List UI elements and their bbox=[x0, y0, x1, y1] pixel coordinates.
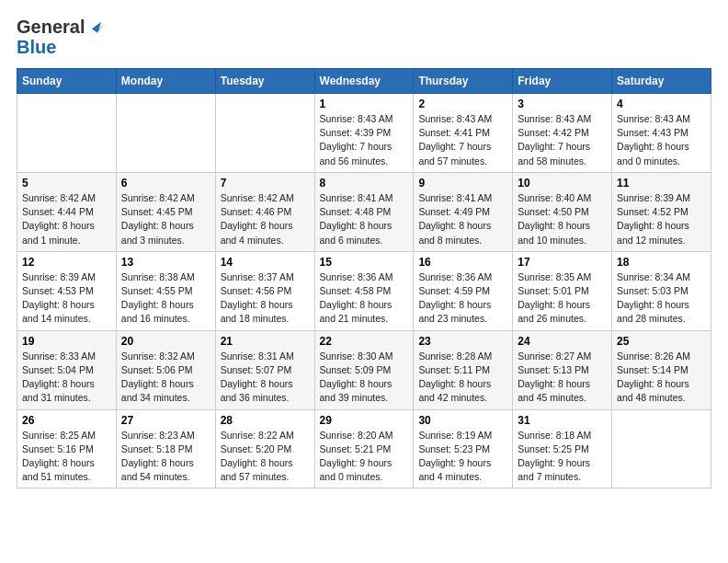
day-number: 21 bbox=[221, 335, 310, 348]
calendar-day-cell: 24Sunrise: 8:27 AM Sunset: 5:13 PM Dayli… bbox=[513, 330, 612, 409]
calendar-day-cell: 15Sunrise: 8:36 AM Sunset: 4:58 PM Dayli… bbox=[314, 251, 414, 330]
day-number: 24 bbox=[518, 335, 607, 348]
day-info: Sunrise: 8:36 AM Sunset: 4:58 PM Dayligh… bbox=[320, 270, 409, 327]
day-number: 9 bbox=[418, 177, 507, 190]
day-info: Sunrise: 8:43 AM Sunset: 4:42 PM Dayligh… bbox=[518, 112, 607, 168]
calendar-week-row: 26Sunrise: 8:25 AM Sunset: 5:16 PM Dayli… bbox=[17, 409, 711, 488]
day-info: Sunrise: 8:33 AM Sunset: 5:04 PM Dayligh… bbox=[22, 350, 111, 406]
day-info: Sunrise: 8:35 AM Sunset: 5:01 PM Dayligh… bbox=[518, 270, 607, 327]
logo-general: General bbox=[17, 17, 85, 37]
day-number: 15 bbox=[320, 256, 409, 269]
calendar-day-cell: 30Sunrise: 8:19 AM Sunset: 5:23 PM Dayli… bbox=[414, 409, 513, 488]
day-info: Sunrise: 8:20 AM Sunset: 5:21 PM Dayligh… bbox=[320, 429, 409, 485]
weekday-header-wednesday: Wednesday bbox=[314, 69, 414, 94]
day-number: 29 bbox=[320, 414, 409, 427]
day-number: 20 bbox=[121, 335, 210, 348]
calendar-week-row: 1Sunrise: 8:43 AM Sunset: 4:39 PM Daylig… bbox=[17, 94, 711, 173]
day-info: Sunrise: 8:40 AM Sunset: 4:50 PM Dayligh… bbox=[518, 191, 607, 247]
day-info: Sunrise: 8:26 AM Sunset: 5:14 PM Dayligh… bbox=[617, 350, 706, 406]
calendar-body: 1Sunrise: 8:43 AM Sunset: 4:39 PM Daylig… bbox=[17, 94, 711, 488]
weekday-header-thursday: Thursday bbox=[414, 69, 513, 94]
day-info: Sunrise: 8:43 AM Sunset: 4:39 PM Dayligh… bbox=[320, 112, 409, 168]
calendar-day-cell: 13Sunrise: 8:38 AM Sunset: 4:55 PM Dayli… bbox=[116, 251, 215, 330]
day-number: 7 bbox=[221, 177, 310, 190]
calendar-day-cell: 19Sunrise: 8:33 AM Sunset: 5:04 PM Dayli… bbox=[17, 330, 117, 409]
day-number: 2 bbox=[418, 98, 507, 110]
calendar-day-cell: 1Sunrise: 8:43 AM Sunset: 4:39 PM Daylig… bbox=[314, 94, 414, 173]
logo-bird-icon bbox=[86, 17, 107, 37]
day-info: Sunrise: 8:19 AM Sunset: 5:23 PM Dayligh… bbox=[418, 429, 507, 485]
day-number: 3 bbox=[518, 98, 607, 110]
calendar-day-cell: 27Sunrise: 8:23 AM Sunset: 5:18 PM Dayli… bbox=[116, 409, 215, 488]
day-info: Sunrise: 8:42 AM Sunset: 4:46 PM Dayligh… bbox=[221, 191, 310, 247]
calendar-day-cell: 9Sunrise: 8:41 AM Sunset: 4:49 PM Daylig… bbox=[414, 172, 513, 251]
day-info: Sunrise: 8:25 AM Sunset: 5:16 PM Dayligh… bbox=[22, 429, 111, 485]
calendar-day-cell: 18Sunrise: 8:34 AM Sunset: 5:03 PM Dayli… bbox=[612, 251, 711, 330]
day-info: Sunrise: 8:32 AM Sunset: 5:06 PM Dayligh… bbox=[121, 350, 210, 406]
day-number: 30 bbox=[418, 414, 507, 427]
day-info: Sunrise: 8:39 AM Sunset: 4:52 PM Dayligh… bbox=[617, 191, 706, 247]
calendar-day-cell: 4Sunrise: 8:43 AM Sunset: 4:43 PM Daylig… bbox=[612, 94, 711, 173]
day-number: 14 bbox=[221, 256, 310, 269]
calendar-day-cell: 25Sunrise: 8:26 AM Sunset: 5:14 PM Dayli… bbox=[612, 330, 711, 409]
day-number: 25 bbox=[617, 335, 706, 348]
day-info: Sunrise: 8:37 AM Sunset: 4:56 PM Dayligh… bbox=[221, 270, 310, 327]
svg-marker-0 bbox=[92, 22, 106, 33]
day-info: Sunrise: 8:31 AM Sunset: 5:07 PM Dayligh… bbox=[221, 350, 310, 406]
calendar-day-cell: 8Sunrise: 8:41 AM Sunset: 4:48 PM Daylig… bbox=[314, 172, 414, 251]
day-info: Sunrise: 8:39 AM Sunset: 4:53 PM Dayligh… bbox=[22, 270, 111, 327]
calendar-week-row: 12Sunrise: 8:39 AM Sunset: 4:53 PM Dayli… bbox=[17, 251, 711, 330]
day-number: 22 bbox=[320, 335, 409, 348]
calendar-day-cell bbox=[116, 94, 215, 173]
calendar-day-cell: 29Sunrise: 8:20 AM Sunset: 5:21 PM Dayli… bbox=[314, 409, 414, 488]
day-number: 18 bbox=[617, 256, 706, 269]
day-info: Sunrise: 8:41 AM Sunset: 4:48 PM Dayligh… bbox=[320, 191, 409, 247]
day-number: 8 bbox=[320, 177, 409, 190]
calendar-day-cell: 22Sunrise: 8:30 AM Sunset: 5:09 PM Dayli… bbox=[314, 330, 414, 409]
calendar-day-cell: 7Sunrise: 8:42 AM Sunset: 4:46 PM Daylig… bbox=[215, 172, 314, 251]
weekday-header-sunday: Sunday bbox=[17, 69, 117, 94]
day-info: Sunrise: 8:42 AM Sunset: 4:45 PM Dayligh… bbox=[121, 191, 210, 247]
day-number: 31 bbox=[518, 414, 607, 427]
day-number: 23 bbox=[418, 335, 507, 348]
calendar-day-cell: 28Sunrise: 8:22 AM Sunset: 5:20 PM Dayli… bbox=[215, 409, 314, 488]
calendar-day-cell: 16Sunrise: 8:36 AM Sunset: 4:59 PM Dayli… bbox=[414, 251, 513, 330]
day-number: 12 bbox=[22, 256, 111, 269]
day-info: Sunrise: 8:38 AM Sunset: 4:55 PM Dayligh… bbox=[121, 270, 210, 327]
day-info: Sunrise: 8:36 AM Sunset: 4:59 PM Dayligh… bbox=[418, 270, 507, 327]
calendar-day-cell: 11Sunrise: 8:39 AM Sunset: 4:52 PM Dayli… bbox=[612, 172, 711, 251]
weekday-header-tuesday: Tuesday bbox=[215, 69, 314, 94]
day-info: Sunrise: 8:22 AM Sunset: 5:20 PM Dayligh… bbox=[221, 429, 310, 485]
day-number: 1 bbox=[320, 98, 409, 110]
calendar-day-cell: 2Sunrise: 8:43 AM Sunset: 4:41 PM Daylig… bbox=[414, 94, 513, 173]
calendar-header-row: SundayMondayTuesdayWednesdayThursdayFrid… bbox=[17, 69, 711, 94]
day-number: 17 bbox=[518, 256, 607, 269]
calendar-day-cell: 10Sunrise: 8:40 AM Sunset: 4:50 PM Dayli… bbox=[513, 172, 612, 251]
day-number: 13 bbox=[121, 256, 210, 269]
day-info: Sunrise: 8:43 AM Sunset: 4:41 PM Dayligh… bbox=[418, 112, 507, 168]
day-info: Sunrise: 8:42 AM Sunset: 4:44 PM Dayligh… bbox=[22, 191, 111, 247]
weekday-header-friday: Friday bbox=[513, 69, 612, 94]
calendar-day-cell bbox=[17, 94, 117, 173]
day-number: 19 bbox=[22, 335, 111, 348]
day-info: Sunrise: 8:23 AM Sunset: 5:18 PM Dayligh… bbox=[121, 429, 210, 485]
day-number: 6 bbox=[121, 177, 210, 190]
day-info: Sunrise: 8:30 AM Sunset: 5:09 PM Dayligh… bbox=[320, 350, 409, 406]
calendar-day-cell: 5Sunrise: 8:42 AM Sunset: 4:44 PM Daylig… bbox=[17, 172, 117, 251]
calendar-week-row: 19Sunrise: 8:33 AM Sunset: 5:04 PM Dayli… bbox=[17, 330, 711, 409]
day-info: Sunrise: 8:34 AM Sunset: 5:03 PM Dayligh… bbox=[617, 270, 706, 327]
day-number: 26 bbox=[22, 414, 111, 427]
calendar-day-cell: 6Sunrise: 8:42 AM Sunset: 4:45 PM Daylig… bbox=[116, 172, 215, 251]
day-number: 16 bbox=[418, 256, 507, 269]
day-info: Sunrise: 8:18 AM Sunset: 5:25 PM Dayligh… bbox=[518, 429, 607, 485]
calendar-day-cell bbox=[612, 409, 711, 488]
weekday-header-monday: Monday bbox=[116, 69, 215, 94]
day-number: 5 bbox=[22, 177, 111, 190]
calendar-day-cell: 14Sunrise: 8:37 AM Sunset: 4:56 PM Dayli… bbox=[215, 251, 314, 330]
calendar-day-cell: 23Sunrise: 8:28 AM Sunset: 5:11 PM Dayli… bbox=[414, 330, 513, 409]
logo-blue: Blue bbox=[17, 37, 107, 57]
page: General Blue SundayMondayTuesdayWednesda… bbox=[0, 0, 728, 498]
calendar-week-row: 5Sunrise: 8:42 AM Sunset: 4:44 PM Daylig… bbox=[17, 172, 711, 251]
calendar-day-cell: 21Sunrise: 8:31 AM Sunset: 5:07 PM Dayli… bbox=[215, 330, 314, 409]
day-number: 11 bbox=[617, 177, 706, 190]
